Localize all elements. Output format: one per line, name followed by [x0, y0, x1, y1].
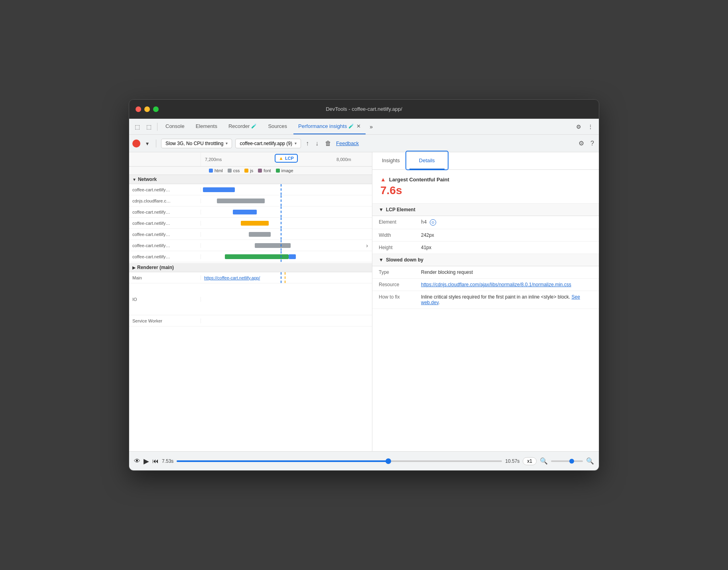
network-section-header[interactable]: ▼ Network — [129, 175, 372, 184]
sub-toolbar: ▾ Slow 3G, No CPU throttling ▾ coffee-ca… — [129, 135, 599, 152]
dashed-line-5 — [281, 229, 281, 240]
tab-sources[interactable]: Sources — [263, 119, 292, 134]
record-button[interactable] — [132, 140, 140, 147]
renderer-row-main-label: Main — [129, 275, 201, 280]
gold-main — [285, 272, 285, 283]
renderer-row-main: Main https://coffee-cart.netlify.app/ — [129, 272, 372, 283]
dashed-line-3 — [281, 206, 281, 217]
table-row: coffee-cart.netlify… — [129, 206, 372, 218]
howtofix-row: How to fix Inline critical styles requir… — [372, 291, 599, 309]
element-key: Element — [379, 219, 415, 225]
css-dot — [228, 169, 232, 173]
skip-start-btn[interactable]: ⏮ — [152, 458, 159, 465]
chevron-btn-6[interactable]: › — [364, 242, 370, 250]
more-tabs-btn[interactable]: » — [367, 122, 375, 132]
js-dot — [244, 169, 248, 173]
performance-icon: 🧪 — [348, 124, 354, 129]
slider-fill — [177, 460, 388, 462]
row-bar-area-6: › — [201, 240, 372, 251]
device-icon[interactable]: ⬚ — [144, 122, 154, 132]
slowed-grid: Type Render blocking request Resource ht… — [372, 266, 599, 309]
feedback-link[interactable]: Feedback — [336, 140, 359, 146]
close-button[interactable] — [136, 106, 141, 112]
time-label-8000: 8,000m — [336, 157, 351, 162]
row-bar-area-7 — [201, 251, 372, 262]
width-val: 242px — [421, 232, 592, 238]
table-row: coffee-cart.netlify… — [129, 218, 372, 229]
throttle-dropdown[interactable]: Slow 3G, No CPU throttling ▾ — [161, 139, 232, 148]
maximize-button[interactable] — [153, 106, 159, 112]
more-menu-btn[interactable]: ⋮ — [585, 122, 596, 132]
dashed-main — [281, 272, 281, 283]
lcp-marker-area: ▲ LCP — [275, 154, 298, 163]
delete-btn[interactable]: 🗑 — [323, 138, 333, 149]
separator — [157, 123, 157, 131]
height-val: 41px — [421, 245, 592, 250]
dashed-line-4 — [281, 218, 281, 228]
record-dropdown-btn[interactable]: ▾ — [144, 139, 151, 148]
page-arrow: ▾ — [295, 141, 297, 145]
resource-link[interactable]: https://cdnjs.cloudflare.com/ajax/libs/n… — [421, 282, 592, 287]
import-btn[interactable]: ↓ — [314, 138, 320, 149]
tab-performance[interactable]: Performance insights 🧪 ✕ — [293, 119, 366, 134]
tab-elements[interactable]: Elements — [191, 119, 222, 134]
table-row: cdnjs.cloudflare.c… — [129, 195, 372, 206]
renderer-main-link[interactable]: https://coffee-cart.netlify.app/ — [201, 275, 260, 280]
lcp-element-grid: Element h4 ⊙ Width 242px Height 41px — [372, 216, 599, 254]
settings-btn[interactable]: ⚙ — [574, 122, 584, 132]
renderer-row-io: IO — [129, 283, 372, 315]
bar-5 — [249, 232, 271, 237]
tab-console[interactable]: Console — [161, 119, 189, 134]
renderer-row-main-area: https://coffee-cart.netlify.app/ — [201, 272, 372, 283]
resource-key: Resource — [379, 282, 415, 287]
tab-recorder[interactable]: Recorder 🧪 — [224, 119, 262, 134]
tab-insights[interactable]: Insights — [372, 152, 409, 169]
zoom-thumb[interactable] — [569, 459, 574, 464]
bar-3 — [233, 210, 257, 214]
timeline-slider[interactable] — [177, 460, 502, 462]
legend-items: html css js font — [209, 168, 293, 173]
devtools-window: DevTools - coffee-cart.netlify.app/ ⬚ ⬚ … — [129, 99, 599, 471]
titlebar: DevTools - coffee-cart.netlify.app/ — [129, 100, 599, 119]
table-row: coffee-cart.netlify… — [129, 251, 372, 262]
table-row: coffee-cart.netlify… — [129, 229, 372, 240]
bar-7 — [225, 254, 289, 259]
image-dot — [276, 169, 280, 173]
zoom-out-btn[interactable]: 🔍 — [540, 457, 548, 465]
zoom-slider[interactable] — [551, 460, 583, 462]
dashed-line-7 — [281, 251, 281, 262]
play-btn[interactable]: ▶ — [144, 457, 149, 466]
minimize-button[interactable] — [144, 106, 150, 112]
close-performance-tab[interactable]: ✕ — [356, 123, 361, 129]
height-key: Height — [379, 245, 415, 250]
cursor-icon[interactable]: ⬚ — [132, 122, 142, 132]
bar-2 — [217, 199, 265, 203]
zoom-in-btn[interactable]: 🔍 — [586, 457, 594, 465]
legend-js: js — [244, 168, 253, 173]
export-btn[interactable]: ↑ — [304, 138, 311, 149]
help-btn[interactable]: ? — [589, 138, 596, 149]
type-row: Type Render blocking request — [372, 266, 599, 279]
legend-bar: html css js font — [129, 167, 372, 175]
inspect-btn[interactable]: 👁 — [134, 458, 140, 465]
row-label-3: coffee-cart.netlify… — [129, 210, 201, 214]
gear-settings-btn[interactable]: ⚙ — [577, 138, 586, 149]
legend-css: css — [228, 168, 240, 173]
element-inspect-icon[interactable]: ⊙ — [430, 219, 436, 226]
row-bar-area-3 — [201, 206, 372, 217]
slider-thumb[interactable] — [386, 458, 391, 464]
dashed-line-2 — [281, 195, 281, 206]
tab-details[interactable]: Details — [409, 152, 445, 169]
dashed-line-6 — [281, 240, 281, 251]
speed-btn[interactable]: x1 — [523, 457, 537, 465]
page-label: coffee-cart.netlify.app (9) — [240, 141, 292, 146]
lcp-element-toggle: ▼ — [379, 207, 384, 212]
page-dropdown[interactable]: coffee-cart.netlify.app (9) ▾ — [235, 139, 301, 148]
webdev-link[interactable]: See web.dev — [421, 294, 580, 305]
renderer-section-header[interactable]: ▶ Renderer (main) — [129, 263, 372, 272]
bar-7b — [289, 254, 296, 259]
throttle-label: Slow 3G, No CPU throttling — [165, 141, 223, 146]
bar-6 — [255, 243, 291, 248]
bar-4 — [241, 221, 269, 226]
timeline-header: 7,200ms ▲ LCP 8,000m — [129, 152, 372, 167]
